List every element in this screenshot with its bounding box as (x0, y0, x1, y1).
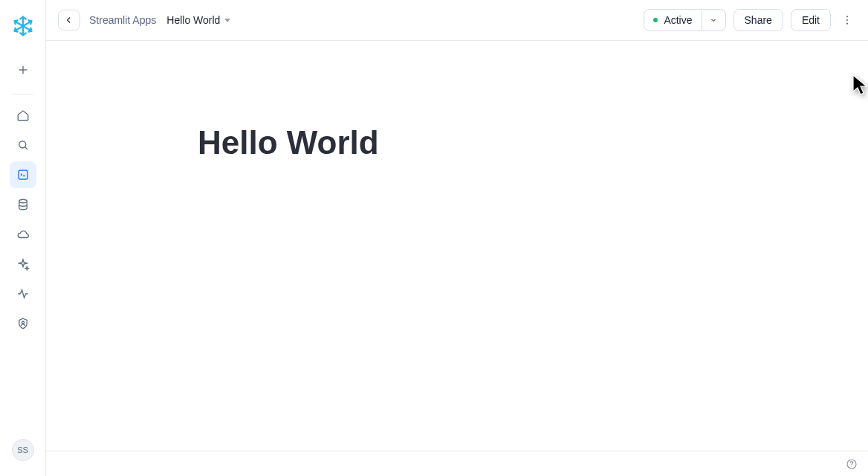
sparkle-icon[interactable] (10, 251, 36, 277)
share-label: Share (745, 14, 772, 26)
svg-point-12 (846, 16, 848, 17)
back-button[interactable] (58, 10, 80, 30)
breadcrumb: Streamlit Apps Hello World (89, 14, 230, 26)
page-title: Hello World (198, 124, 379, 161)
toolbar-right: Active Share Edit (644, 9, 856, 31)
footer-bar (46, 451, 868, 476)
share-button[interactable]: Share (733, 9, 783, 31)
svg-point-6 (19, 141, 25, 148)
help-icon[interactable] (846, 458, 858, 470)
user-initials: SS (17, 446, 28, 454)
home-icon[interactable] (10, 102, 36, 129)
svg-point-11 (22, 321, 24, 324)
svg-point-3 (21, 25, 25, 28)
create-new-button[interactable] (10, 57, 36, 83)
breadcrumb-current-label: Hello World (166, 14, 220, 26)
svg-line-7 (25, 147, 27, 149)
status-group: Active (644, 9, 725, 31)
svg-point-10 (19, 199, 27, 203)
database-icon[interactable] (10, 191, 36, 218)
more-actions-button[interactable] (838, 9, 856, 31)
cursor-icon (852, 74, 868, 100)
topbar: Streamlit Apps Hello World Active (46, 0, 868, 41)
sidebar-separator (13, 94, 33, 94)
cloud-icon[interactable] (10, 221, 36, 248)
shield-icon[interactable] (10, 310, 36, 337)
status-label: Active (664, 14, 692, 26)
status-dot-icon (653, 18, 658, 22)
svg-point-16 (851, 466, 852, 466)
activity-icon[interactable] (10, 280, 36, 307)
edit-button[interactable]: Edit (791, 9, 831, 31)
snowflake-logo (12, 15, 34, 37)
breadcrumb-current[interactable]: Hello World (166, 14, 230, 26)
chevron-down-icon (224, 19, 230, 22)
apps-icon[interactable] (10, 161, 36, 188)
breadcrumb-parent[interactable]: Streamlit Apps (89, 14, 156, 26)
user-avatar[interactable]: SS (12, 439, 34, 461)
status-dropdown-button[interactable] (702, 9, 726, 31)
search-icon[interactable] (10, 132, 36, 158)
svg-rect-8 (19, 170, 27, 179)
content-area: Hello World (46, 41, 868, 476)
status-button[interactable]: Active (644, 9, 702, 31)
svg-point-13 (846, 19, 848, 21)
svg-point-14 (846, 23, 848, 25)
sidebar: SS (0, 0, 46, 476)
edit-label: Edit (802, 14, 820, 26)
